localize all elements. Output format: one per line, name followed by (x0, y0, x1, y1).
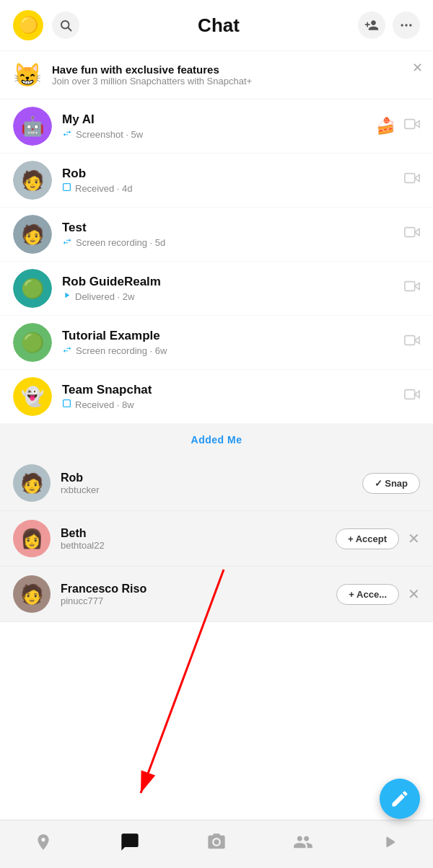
sub-icon (62, 182, 71, 194)
chat-name: My AI (62, 112, 404, 127)
chat-list-item[interactable]: 👻 Team Snapchat Received · 8w (0, 370, 433, 424)
svg-rect-10 (405, 336, 415, 345)
svg-line-1 (69, 28, 71, 31)
added-actions: + Accept ✕ (336, 528, 420, 549)
camera-icon[interactable] (404, 224, 420, 244)
header: 🟡 Chat (0, 0, 433, 51)
chat-list-item[interactable]: 🟢 Rob GuideRealm Delivered · 2w (0, 262, 433, 316)
chat-sub: Screenshot · 5w (62, 128, 404, 141)
add-friend-button[interactable] (358, 12, 385, 39)
nav-map[interactable] (25, 828, 61, 856)
bottom-navigation (0, 820, 433, 868)
sub-text: Delivered · 2w (75, 291, 134, 302)
promo-close-button[interactable]: ✕ (412, 60, 423, 76)
svg-rect-12 (405, 390, 415, 399)
svg-point-0 (61, 21, 69, 29)
dismiss-button[interactable]: ✕ (408, 585, 420, 603)
chat-list: 🤖 My AI Screenshot · 5w 🍰 🧑 Rob Received… (0, 99, 433, 424)
camera-icon[interactable] (404, 278, 420, 298)
sub-text: Screenshot · 5w (76, 129, 143, 140)
chat-avatar: 🟢 (13, 269, 52, 308)
added-avatar: 👩 (13, 520, 51, 557)
chat-list-item[interactable]: 🧑 Rob Received · 4d (0, 154, 433, 208)
camera-icon[interactable] (404, 386, 420, 407)
chat-name: Tutorial Example (62, 329, 404, 343)
chat-name: Rob GuideRealm (62, 275, 404, 289)
sub-text: Received · 8w (75, 399, 134, 410)
added-avatar: 🧑 (13, 464, 51, 502)
chat-sub: Delivered · 2w (62, 291, 404, 302)
sub-icon (62, 291, 71, 302)
chat-avatar: 🤖 (13, 107, 52, 146)
svg-rect-7 (405, 174, 415, 183)
nav-camera[interactable] (198, 828, 235, 856)
svg-point-3 (405, 24, 407, 26)
nav-friends[interactable] (285, 828, 321, 856)
search-button[interactable] (52, 12, 79, 39)
accept-button[interactable]: + Accept (336, 528, 399, 549)
svg-rect-6 (64, 184, 71, 191)
added-name: Beth (61, 527, 336, 540)
nav-chat[interactable] (112, 828, 148, 856)
camera-icon[interactable] (404, 170, 420, 190)
chat-list-item[interactable]: 🟢 Tutorial Example Screen recording · 6w (0, 316, 433, 370)
added-handle: bethtoal22 (61, 540, 336, 551)
chat-name: Test (62, 221, 404, 235)
chat-sub: Received · 4d (62, 182, 404, 194)
chat-sub: Received · 8w (62, 399, 404, 410)
promo-emoji: 😸 (13, 61, 42, 89)
added-avatar: 🧑 (13, 575, 51, 613)
promo-subtitle: Join over 3 million Snapchatters with Sn… (52, 76, 252, 87)
svg-rect-5 (405, 120, 415, 129)
svg-rect-9 (405, 282, 415, 291)
chat-sub: Screen recording · 6w (62, 345, 404, 357)
nav-stories[interactable] (372, 828, 408, 856)
compose-fab-button[interactable] (380, 779, 420, 819)
sub-text: Screen recording · 6w (76, 345, 167, 356)
added-me-item[interactable]: 🧑 Rob rxbtucker ✓ Snap (0, 456, 433, 511)
snap-button[interactable]: ✓ Snap (362, 473, 420, 494)
added-name: Francesco Riso (61, 583, 336, 595)
chat-name: Team Snapchat (62, 383, 404, 397)
added-me-item[interactable]: 🧑 Francesco Riso pinucc777 + Acce... ✕ (0, 567, 433, 622)
chat-avatar: 🟢 (13, 323, 52, 362)
added-name: Rob (61, 471, 362, 484)
more-options-button[interactable] (393, 12, 420, 39)
svg-rect-8 (405, 228, 415, 237)
page-title: Chat (79, 14, 358, 37)
camera-icon[interactable] (404, 332, 420, 353)
added-actions: ✓ Snap (362, 473, 420, 494)
added-actions: + Acce... ✕ (336, 584, 420, 605)
chat-avatar: 🧑 (13, 161, 52, 200)
accept-button[interactable]: + Acce... (336, 584, 399, 605)
added-me-list: 🧑 Rob rxbtucker ✓ Snap 👩 Beth bethtoal22… (0, 456, 433, 622)
dismiss-button[interactable]: ✕ (408, 530, 420, 547)
sub-text: Received · 4d (75, 183, 133, 194)
user-avatar[interactable]: 🟡 (13, 10, 43, 40)
chat-sub: Screen recording · 5d (62, 236, 404, 249)
svg-point-4 (409, 24, 411, 26)
sub-icon (62, 236, 72, 249)
sub-icon (62, 345, 72, 357)
sub-icon (62, 399, 71, 410)
chat-name: Rob (62, 167, 404, 181)
svg-point-2 (401, 24, 403, 26)
chat-list-item[interactable]: 🧑 Test Screen recording · 5d (0, 208, 433, 262)
main-scroll: 😸 Have fun with exclusive features Join … (0, 51, 433, 680)
chat-avatar: 🧑 (13, 215, 52, 254)
added-handle: rxbtucker (61, 484, 362, 495)
chat-avatar: 👻 (13, 377, 52, 416)
sub-text: Screen recording · 5d (76, 237, 165, 248)
camera-icon[interactable] (404, 116, 420, 136)
sub-icon (62, 128, 72, 141)
promo-banner[interactable]: 😸 Have fun with exclusive features Join … (0, 51, 433, 99)
added-me-divider: Added Me (0, 424, 433, 456)
added-handle: pinucc777 (61, 595, 336, 606)
chat-list-item[interactable]: 🤖 My AI Screenshot · 5w 🍰 (0, 99, 433, 154)
svg-rect-11 (64, 400, 71, 407)
promo-title: Have fun with exclusive features (52, 63, 252, 76)
added-me-item[interactable]: 👩 Beth bethtoal22 + Accept ✕ (0, 511, 433, 567)
